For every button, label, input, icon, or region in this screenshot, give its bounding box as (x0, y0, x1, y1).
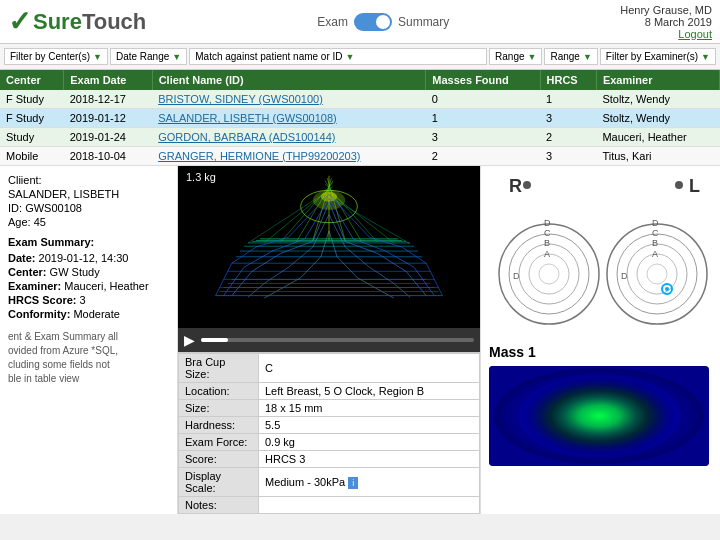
toggle-switch[interactable] (354, 13, 392, 31)
logo-touch: Touch (82, 9, 146, 35)
cell-client[interactable]: SALANDER, LISBETH (GWS00108) (152, 109, 426, 128)
filter-range1-label: Range (495, 51, 524, 62)
svg-point-38 (529, 254, 569, 294)
heatmap-svg (489, 366, 709, 466)
cell-center: Study (0, 128, 64, 147)
patient-label: Cliient: (8, 174, 169, 186)
cell-examiner: Stoltz, Wendy (596, 90, 719, 109)
cell-client[interactable]: GRANGER, HERMIONE (THP99200203) (152, 147, 426, 166)
filter-date-label: Date Range (116, 51, 169, 62)
bra-detail-row: Notes: (179, 497, 480, 514)
bra-value: Medium - 30kPa i (259, 468, 480, 497)
bra-detail-row: Size: 18 x 15 mm (179, 400, 480, 417)
play-button[interactable]: ▶ (184, 332, 195, 348)
cell-examiner: Stoltz, Wendy (596, 109, 719, 128)
svg-text:D: D (544, 218, 551, 228)
display-scale-button[interactable]: i (348, 477, 358, 489)
filter-center[interactable]: Filter by Center(s) ▼ (4, 48, 108, 65)
cell-examiner: Mauceri, Heather (596, 128, 719, 147)
progress-fill (201, 338, 228, 342)
patient-name: SALANDER, LISBETH (8, 188, 169, 200)
exam-examiner-row: Examiner: Mauceri, Heather (8, 280, 169, 292)
bra-label: Score: (179, 451, 259, 468)
exam-label: Exam (317, 15, 348, 29)
svg-text:C: C (652, 228, 659, 238)
svg-text:C: C (544, 228, 551, 238)
bra-label: Exam Force: (179, 434, 259, 451)
table-row[interactable]: F Study 2019-01-12 SALANDER, LISBETH (GW… (0, 109, 720, 128)
user-info: Henry Grause, MD 8 March 2019 Logout (620, 4, 712, 40)
table-row[interactable]: Mobile 2018-10-04 GRANGER, HERMIONE (THP… (0, 147, 720, 166)
cell-client[interactable]: BRISTOW, SIDNEY (GWS00100) (152, 90, 426, 109)
svg-text:R: R (509, 176, 522, 196)
bra-label: Size: (179, 400, 259, 417)
filter-center-label: Filter by Center(s) (10, 51, 90, 62)
bra-detail-row: Bra Cup Size: C (179, 354, 480, 383)
3d-visualization: 1.3 kg (178, 166, 480, 328)
logo-sure: Sure (33, 9, 82, 35)
svg-point-40 (539, 264, 559, 284)
svg-text:B: B (652, 238, 658, 248)
cell-hrcs: 3 (540, 147, 596, 166)
exam-table: Center Exam Date Client Name (ID) Masses… (0, 70, 720, 166)
cell-masses: 3 (426, 128, 540, 147)
bra-label: Hardness: (179, 417, 259, 434)
cell-masses: 1 (426, 109, 540, 128)
exam-date-row: Date: 2019-01-12, 14:30 (8, 252, 169, 264)
cell-hrcs: 2 (540, 128, 596, 147)
filter-bar: Filter by Center(s) ▼ Date Range ▼ Match… (0, 44, 720, 70)
logout-link[interactable]: Logout (678, 28, 712, 40)
filter-date[interactable]: Date Range ▼ (110, 48, 187, 65)
exam-conformity-row: Conformity: Moderate (8, 308, 169, 320)
filter-patient[interactable]: Match against patient name or ID ▼ (189, 48, 487, 65)
mass-panel: Mass 1 (481, 336, 720, 474)
bra-value: 5.5 (259, 417, 480, 434)
exam-summary-title: Exam Summary: (8, 236, 169, 248)
bra-label: Location: (179, 383, 259, 400)
center-panel: 1.3 kg (178, 166, 480, 514)
bra-detail-row: Display Scale: Medium - 30kPa i (179, 468, 480, 497)
app-logo: ✓ SureTouch (8, 5, 146, 38)
cell-date: 2019-01-12 (64, 109, 152, 128)
cell-date: 2019-01-24 (64, 128, 152, 147)
filter-examiner-arrow: ▼ (701, 52, 710, 62)
user-date: 8 March 2019 (620, 16, 712, 28)
table-row[interactable]: Study 2019-01-24 GORDON, BARBARA (ADS100… (0, 128, 720, 147)
bra-value: 18 x 15 mm (259, 400, 480, 417)
col-examiner: Examiner (596, 70, 719, 90)
col-center: Center (0, 70, 64, 90)
svg-text:B: B (544, 238, 550, 248)
bra-value: 0.9 kg (259, 434, 480, 451)
bra-label: Display Scale: (179, 468, 259, 497)
cell-client[interactable]: GORDON, BARBARA (ADS100144) (152, 128, 426, 147)
filter-date-arrow: ▼ (172, 52, 181, 62)
bra-label: Bra Cup Size: (179, 354, 259, 383)
cell-center: F Study (0, 90, 64, 109)
mass-heatmap (489, 366, 709, 466)
svg-point-55 (494, 368, 704, 464)
exam-summary-toggle[interactable]: Exam Summary (317, 13, 449, 31)
table-row[interactable]: F Study 2018-12-17 BRISTOW, SIDNEY (GWS0… (0, 90, 720, 109)
cell-hrcs: 3 (540, 109, 596, 128)
toggle-knob (376, 15, 390, 29)
col-hrcs: HRCS (540, 70, 596, 90)
patient-prefix: Cli (8, 174, 21, 186)
filter-range1[interactable]: Range ▼ (489, 48, 542, 65)
bra-value: C (259, 354, 480, 383)
bra-value: HRCS 3 (259, 451, 480, 468)
summary-label: Summary (398, 15, 449, 29)
svg-point-52 (665, 287, 669, 291)
mass-title: Mass 1 (489, 344, 712, 360)
col-client: Client Name (ID) (152, 70, 426, 90)
cell-masses: 0 (426, 90, 540, 109)
patient-id: ID: GWS00108 (8, 202, 169, 214)
cell-hrcs: 1 (540, 90, 596, 109)
3d-mesh-svg (178, 166, 480, 328)
filter-range2[interactable]: Range ▼ (544, 48, 597, 65)
header: ✓ SureTouch Exam Summary Henry Grause, M… (0, 0, 720, 44)
svg-point-50 (647, 264, 667, 284)
bra-value (259, 497, 480, 514)
progress-bar[interactable] (201, 338, 474, 342)
bra-detail-row: Exam Force: 0.9 kg (179, 434, 480, 451)
filter-examiner[interactable]: Filter by Examiner(s) ▼ (600, 48, 716, 65)
